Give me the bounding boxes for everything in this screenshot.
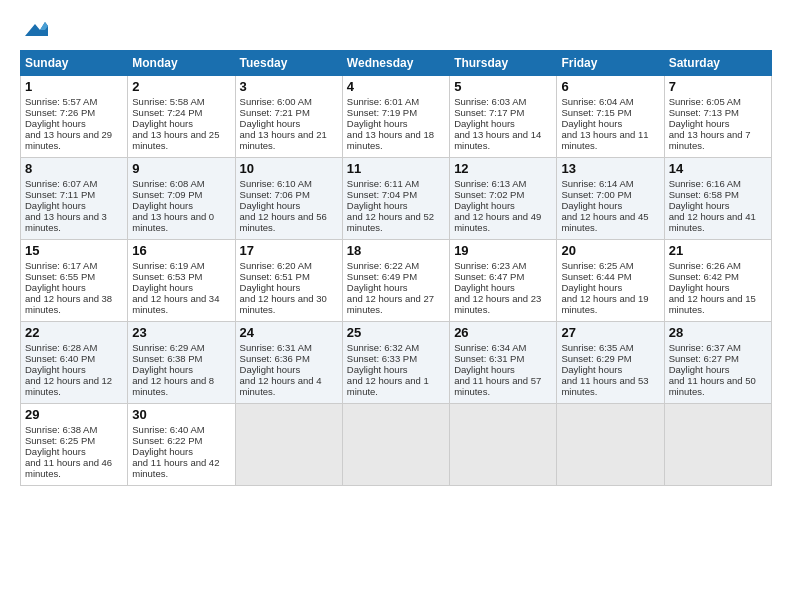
calendar-body: 1 Sunrise: 5:57 AM Sunset: 7:26 PM Dayli… xyxy=(21,76,772,486)
daylight-label: Daylight hours xyxy=(669,200,730,211)
sunset-label: Sunset: 7:13 PM xyxy=(669,107,739,118)
daylight-duration: and 12 hours and 41 minutes. xyxy=(669,211,756,233)
daylight-duration: and 12 hours and 52 minutes. xyxy=(347,211,434,233)
sunset-label: Sunset: 6:40 PM xyxy=(25,353,95,364)
daylight-duration: and 11 hours and 53 minutes. xyxy=(561,375,648,397)
daylight-duration: and 12 hours and 34 minutes. xyxy=(132,293,219,315)
daylight-label: Daylight hours xyxy=(132,446,193,457)
daylight-duration: and 12 hours and 1 minute. xyxy=(347,375,429,397)
day-number: 26 xyxy=(454,325,552,340)
calendar-week-row: 8 Sunrise: 6:07 AM Sunset: 7:11 PM Dayli… xyxy=(21,158,772,240)
daylight-duration: and 12 hours and 23 minutes. xyxy=(454,293,541,315)
table-row xyxy=(450,404,557,486)
table-row: 15 Sunrise: 6:17 AM Sunset: 6:55 PM Dayl… xyxy=(21,240,128,322)
day-number: 7 xyxy=(669,79,767,94)
day-number: 20 xyxy=(561,243,659,258)
col-wednesday: Wednesday xyxy=(342,51,449,76)
table-row: 12 Sunrise: 6:13 AM Sunset: 7:02 PM Dayl… xyxy=(450,158,557,240)
daylight-duration: and 11 hours and 46 minutes. xyxy=(25,457,112,479)
sunrise-label: Sunrise: 6:25 AM xyxy=(561,260,633,271)
table-row xyxy=(342,404,449,486)
sunset-label: Sunset: 6:58 PM xyxy=(669,189,739,200)
daylight-duration: and 13 hours and 29 minutes. xyxy=(25,129,112,151)
sunset-label: Sunset: 6:44 PM xyxy=(561,271,631,282)
table-row: 10 Sunrise: 6:10 AM Sunset: 7:06 PM Dayl… xyxy=(235,158,342,240)
sunrise-label: Sunrise: 6:03 AM xyxy=(454,96,526,107)
sunset-label: Sunset: 7:02 PM xyxy=(454,189,524,200)
daylight-label: Daylight hours xyxy=(25,446,86,457)
day-number: 17 xyxy=(240,243,338,258)
daylight-duration: and 13 hours and 21 minutes. xyxy=(240,129,327,151)
sunset-label: Sunset: 7:19 PM xyxy=(347,107,417,118)
daylight-label: Daylight hours xyxy=(240,200,301,211)
daylight-label: Daylight hours xyxy=(561,282,622,293)
calendar-header-row: Sunday Monday Tuesday Wednesday Thursday… xyxy=(21,51,772,76)
daylight-label: Daylight hours xyxy=(132,118,193,129)
day-number: 8 xyxy=(25,161,123,176)
sunrise-label: Sunrise: 6:14 AM xyxy=(561,178,633,189)
day-number: 6 xyxy=(561,79,659,94)
sunset-label: Sunset: 6:31 PM xyxy=(454,353,524,364)
sunrise-label: Sunrise: 6:11 AM xyxy=(347,178,419,189)
table-row: 8 Sunrise: 6:07 AM Sunset: 7:11 PM Dayli… xyxy=(21,158,128,240)
sunset-label: Sunset: 6:22 PM xyxy=(132,435,202,446)
daylight-duration: and 12 hours and 15 minutes. xyxy=(669,293,756,315)
daylight-label: Daylight hours xyxy=(669,118,730,129)
table-row: 25 Sunrise: 6:32 AM Sunset: 6:33 PM Dayl… xyxy=(342,322,449,404)
sunset-label: Sunset: 6:29 PM xyxy=(561,353,631,364)
table-row: 30 Sunrise: 6:40 AM Sunset: 6:22 PM Dayl… xyxy=(128,404,235,486)
table-row: 7 Sunrise: 6:05 AM Sunset: 7:13 PM Dayli… xyxy=(664,76,771,158)
daylight-label: Daylight hours xyxy=(669,282,730,293)
daylight-duration: and 12 hours and 19 minutes. xyxy=(561,293,648,315)
header xyxy=(20,16,772,46)
sunrise-label: Sunrise: 6:13 AM xyxy=(454,178,526,189)
sunset-label: Sunset: 7:04 PM xyxy=(347,189,417,200)
table-row: 6 Sunrise: 6:04 AM Sunset: 7:15 PM Dayli… xyxy=(557,76,664,158)
daylight-label: Daylight hours xyxy=(347,200,408,211)
sunrise-label: Sunrise: 6:23 AM xyxy=(454,260,526,271)
daylight-duration: and 11 hours and 42 minutes. xyxy=(132,457,219,479)
daylight-label: Daylight hours xyxy=(132,364,193,375)
logo xyxy=(20,16,54,46)
col-tuesday: Tuesday xyxy=(235,51,342,76)
daylight-duration: and 12 hours and 45 minutes. xyxy=(561,211,648,233)
daylight-duration: and 12 hours and 4 minutes. xyxy=(240,375,322,397)
day-number: 15 xyxy=(25,243,123,258)
daylight-label: Daylight hours xyxy=(454,200,515,211)
sunset-label: Sunset: 6:51 PM xyxy=(240,271,310,282)
day-number: 1 xyxy=(25,79,123,94)
table-row: 24 Sunrise: 6:31 AM Sunset: 6:36 PM Dayl… xyxy=(235,322,342,404)
day-number: 2 xyxy=(132,79,230,94)
sunset-label: Sunset: 6:49 PM xyxy=(347,271,417,282)
daylight-label: Daylight hours xyxy=(25,118,86,129)
sunset-label: Sunset: 7:09 PM xyxy=(132,189,202,200)
sunrise-label: Sunrise: 6:31 AM xyxy=(240,342,312,353)
daylight-label: Daylight hours xyxy=(454,118,515,129)
sunset-label: Sunset: 6:27 PM xyxy=(669,353,739,364)
table-row: 2 Sunrise: 5:58 AM Sunset: 7:24 PM Dayli… xyxy=(128,76,235,158)
sunset-label: Sunset: 6:25 PM xyxy=(25,435,95,446)
daylight-duration: and 13 hours and 14 minutes. xyxy=(454,129,541,151)
daylight-duration: and 13 hours and 18 minutes. xyxy=(347,129,434,151)
table-row xyxy=(664,404,771,486)
sunrise-label: Sunrise: 6:35 AM xyxy=(561,342,633,353)
calendar-week-row: 29 Sunrise: 6:38 AM Sunset: 6:25 PM Dayl… xyxy=(21,404,772,486)
sunrise-label: Sunrise: 6:29 AM xyxy=(132,342,204,353)
col-monday: Monday xyxy=(128,51,235,76)
sunrise-label: Sunrise: 6:16 AM xyxy=(669,178,741,189)
sunset-label: Sunset: 6:55 PM xyxy=(25,271,95,282)
table-row: 23 Sunrise: 6:29 AM Sunset: 6:38 PM Dayl… xyxy=(128,322,235,404)
table-row: 18 Sunrise: 6:22 AM Sunset: 6:49 PM Dayl… xyxy=(342,240,449,322)
daylight-label: Daylight hours xyxy=(347,364,408,375)
daylight-duration: and 12 hours and 38 minutes. xyxy=(25,293,112,315)
sunrise-label: Sunrise: 6:38 AM xyxy=(25,424,97,435)
day-number: 11 xyxy=(347,161,445,176)
table-row: 14 Sunrise: 6:16 AM Sunset: 6:58 PM Dayl… xyxy=(664,158,771,240)
daylight-label: Daylight hours xyxy=(132,200,193,211)
sunset-label: Sunset: 6:36 PM xyxy=(240,353,310,364)
sunset-label: Sunset: 7:00 PM xyxy=(561,189,631,200)
daylight-duration: and 12 hours and 27 minutes. xyxy=(347,293,434,315)
table-row: 9 Sunrise: 6:08 AM Sunset: 7:09 PM Dayli… xyxy=(128,158,235,240)
daylight-duration: and 12 hours and 12 minutes. xyxy=(25,375,112,397)
daylight-label: Daylight hours xyxy=(561,364,622,375)
